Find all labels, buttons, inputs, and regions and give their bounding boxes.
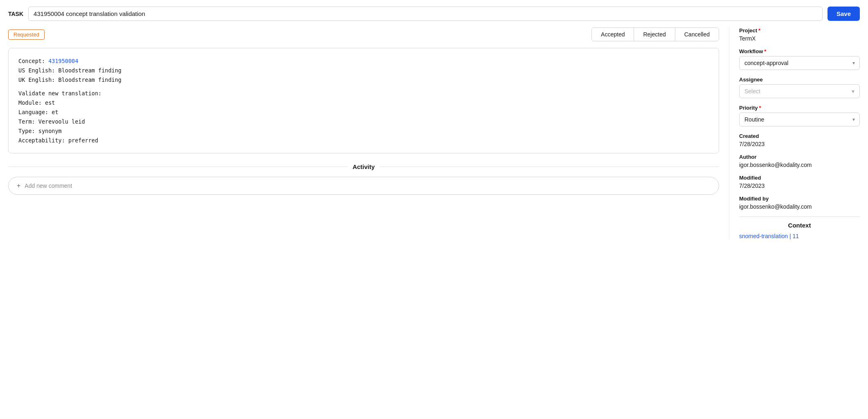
- task-label: TASK: [8, 11, 23, 17]
- project-label: Project *: [739, 27, 860, 34]
- cancelled-button[interactable]: Cancelled: [675, 28, 719, 41]
- us-english-line: US English: Bloodstream finding: [18, 66, 709, 75]
- content-box: Concept: 431950004 US English: Bloodstre…: [8, 48, 719, 153]
- priority-required-star: *: [759, 105, 761, 111]
- assignee-placeholder: Select: [744, 88, 760, 95]
- workflow-select[interactable]: concept-approval: [739, 56, 860, 70]
- modified-value: 7/28/2023: [739, 182, 860, 189]
- priority-select[interactable]: Routine: [739, 113, 860, 126]
- type-line: Type: synonym: [18, 126, 709, 136]
- plus-icon: +: [17, 182, 20, 189]
- uk-english-line: UK English: Bloodstream finding: [18, 75, 709, 85]
- modified-by-field: Modified by igor.bossenko@kodality.com: [739, 196, 860, 210]
- add-comment-label: Add new comment: [25, 182, 72, 189]
- activity-divider-left: [8, 167, 348, 167]
- context-divider: [739, 216, 860, 217]
- concept-label: Concept:: [18, 58, 45, 64]
- language-line: Language: et: [18, 108, 709, 117]
- workflow-required-star: *: [764, 48, 766, 54]
- priority-dropdown-wrapper: Routine ▾: [739, 113, 860, 126]
- status-badge: Requested: [8, 29, 45, 40]
- project-value: TermX: [739, 35, 860, 42]
- validate-line: Validate new translation:: [18, 89, 709, 98]
- workflow-label: Workflow *: [739, 48, 860, 54]
- modified-field: Modified 7/28/2023: [739, 175, 860, 189]
- module-line: Module: est: [18, 98, 709, 108]
- priority-field: Priority * Routine ▾: [739, 105, 860, 126]
- modified-by-label: Modified by: [739, 196, 860, 202]
- modified-label: Modified: [739, 175, 860, 181]
- add-comment-box[interactable]: + Add new comment: [8, 177, 719, 195]
- project-required-star: *: [758, 27, 760, 34]
- workflow-field: Workflow * concept-approval ▾: [739, 48, 860, 70]
- concept-link[interactable]: 431950004: [48, 58, 78, 64]
- activity-title: Activity: [353, 163, 375, 170]
- assignee-label: Assignee: [739, 77, 860, 83]
- author-value: igor.bossenko@kodality.com: [739, 162, 860, 168]
- term-line: Term: Verevoolu leid: [18, 117, 709, 126]
- right-panel: Project * TermX Workflow * concept-appro…: [729, 27, 860, 239]
- concept-line: Concept: 431950004: [18, 56, 709, 66]
- rejected-button[interactable]: Rejected: [634, 28, 675, 41]
- status-actions: Accepted Rejected Cancelled: [591, 27, 719, 41]
- author-field: Author igor.bossenko@kodality.com: [739, 154, 860, 168]
- assignee-field: Assignee Select ▾: [739, 77, 860, 98]
- activity-divider-right: [380, 167, 719, 167]
- created-value: 7/28/2023: [739, 141, 860, 147]
- context-title: Context: [739, 222, 860, 229]
- task-title-input[interactable]: [28, 7, 823, 21]
- author-label: Author: [739, 154, 860, 160]
- status-row: Requested Accepted Rejected Cancelled: [8, 27, 719, 41]
- save-button[interactable]: Save: [828, 7, 860, 21]
- workflow-dropdown-wrapper: concept-approval ▾: [739, 56, 860, 70]
- assignee-chevron-icon: ▾: [852, 88, 855, 95]
- activity-section: Activity + Add new comment: [8, 163, 719, 195]
- created-label: Created: [739, 133, 860, 139]
- acceptability-line: Acceptability: preferred: [18, 136, 709, 145]
- assignee-select[interactable]: Select ▾: [739, 84, 860, 98]
- modified-by-value: igor.bossenko@kodality.com: [739, 203, 860, 210]
- context-link[interactable]: snomed-translation | 11: [739, 233, 799, 239]
- project-field: Project * TermX: [739, 27, 860, 42]
- priority-label: Priority *: [739, 105, 860, 111]
- accepted-button[interactable]: Accepted: [592, 28, 634, 41]
- created-field: Created 7/28/2023: [739, 133, 860, 147]
